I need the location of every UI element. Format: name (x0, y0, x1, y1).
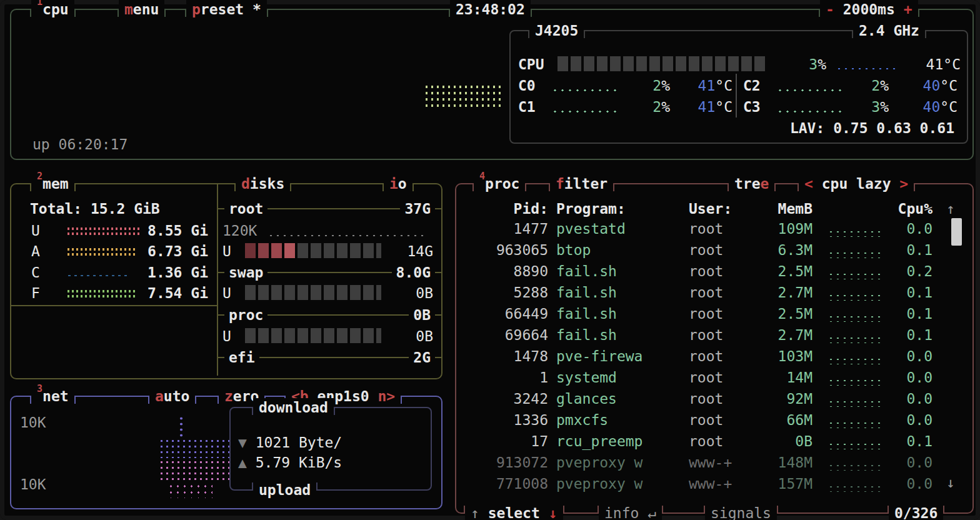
proc-hotkey: 4 (479, 171, 485, 182)
col-header-cpu[interactable]: Cpu% (876, 201, 932, 217)
core-percent: 3% (851, 99, 889, 115)
clock: 23:48:02 (450, 0, 531, 19)
preset-button[interactable]: preset * (186, 0, 267, 19)
mem-panel-title[interactable]: 2mem (31, 174, 74, 193)
io-mode-toggle[interactable]: io (384, 174, 412, 193)
mem-total: Total: 15.2 GiB (30, 201, 160, 217)
mem-free-value: 7.54 Gi (105, 285, 208, 301)
sort-next-button[interactable]: > (899, 176, 908, 192)
proc-tree-toggle[interactable]: tree (729, 174, 774, 193)
proc-cpu-graph (828, 251, 885, 258)
col-header-user[interactable]: User: (689, 201, 732, 217)
proc-cpu-graph (828, 293, 885, 301)
cpu-history-graph (424, 84, 504, 108)
interval-value: 2000ms (843, 1, 895, 18)
sort-prev-button[interactable]: < (804, 176, 813, 192)
interval-increase-button[interactable]: + (904, 1, 912, 18)
net-auto-toggle[interactable]: auto (149, 387, 195, 406)
disk-root-header: root37G (218, 201, 441, 217)
core-temp: 40°C (895, 99, 958, 115)
core-percent: 2% (632, 99, 670, 115)
upload-box-title: upload (253, 481, 316, 499)
interval-decrease-button[interactable]: - (826, 1, 834, 18)
disk-swap-header: swap8.0G (218, 264, 441, 281)
scrollbar-thumb[interactable] (951, 218, 962, 246)
sort-mode-label: cpu lazy (822, 176, 891, 192)
net-hotkey: 3 (37, 383, 42, 394)
download-speed-row: ▼ 1021 Byte/ (238, 434, 342, 451)
mem-panel: 2mem disks io Total: 15.2 GiB U 8.55 Gi … (10, 183, 442, 379)
core-name: C0 (518, 78, 536, 94)
download-box-title: download (253, 398, 334, 417)
selection-count: 0/326 (889, 504, 943, 520)
cpu-total-bar (558, 56, 765, 71)
disk-root-used-value: 14G (352, 243, 433, 259)
download-graph (159, 438, 231, 458)
mem-divider (11, 305, 217, 306)
proc-cpu-graph (828, 463, 885, 471)
disk-root-io-value: 120K (222, 222, 257, 239)
menu-button[interactable]: menu (119, 0, 164, 19)
cpu-panel: 1cpu menu preset * 23:48:02 - 2000ms + u… (10, 9, 974, 160)
cpu-total-percent: 3% (779, 56, 826, 72)
core-name: C2 (743, 78, 761, 94)
cpu-frequency-label: 2.4 GHz (853, 21, 925, 40)
net-panel-title[interactable]: 3net (31, 387, 74, 406)
proc-cpu-graph (828, 272, 885, 279)
net-speed-box: download ▼ 1021 Byte/ ▲ 5.79 KiB/s uploa… (229, 407, 432, 491)
core-name: C3 (743, 99, 761, 115)
cpu-detail-box: J4205 2.4 GHz CPU 3% 41°C C0 2% 41°C C1 … (509, 30, 968, 144)
download-graph (179, 416, 185, 439)
proc-panel-title[interactable]: 4proc (474, 174, 525, 193)
iface-next-button[interactable]: n> (378, 388, 396, 404)
upload-graph (159, 459, 231, 483)
mem-free-label: F (31, 285, 40, 301)
core-temp: 41°C (676, 99, 732, 115)
disk-proc-used-value: 0B (352, 328, 433, 344)
proc-cpu-graph (828, 421, 885, 428)
proc-cpu-graph (828, 357, 885, 364)
enter-icon: ↵ (648, 505, 656, 520)
cpu-temp-graph (836, 66, 896, 71)
cpu-total-temp: 41°C (901, 56, 961, 72)
load-average: LAV: 0.75 0.63 0.61 (748, 120, 954, 136)
upload-arrow-icon: ▲ (238, 454, 247, 471)
btop-terminal: 1cpu menu preset * 23:48:02 - 2000ms + u… (0, 0, 980, 520)
proc-sort-control: < cpu lazy > (799, 174, 914, 193)
disk-swap-used-value: 0B (352, 285, 433, 301)
download-arrow-icon: ▼ (238, 434, 247, 451)
proc-cpu-graph (828, 442, 885, 449)
update-interval-control: - 2000ms + (820, 0, 918, 19)
disk-efi-header: efi2G (218, 349, 441, 366)
col-header-program[interactable]: Program: (556, 201, 626, 217)
disk-proc-header: proc0B (218, 307, 441, 323)
scroll-down-icon[interactable]: ↓ (946, 474, 955, 491)
mem-hotkey: 2 (37, 171, 42, 182)
disk-used-label: U (222, 285, 231, 301)
upload-speed-row: ▲ 5.79 KiB/s (238, 454, 342, 471)
mem-used-value: 8.55 Gi (105, 222, 208, 239)
proc-cpu-graph (828, 484, 885, 492)
cpu-model-label: J4205 (529, 21, 584, 40)
upload-graph (168, 483, 212, 498)
core-usage-graph (551, 88, 618, 95)
proc-cpu-graph (828, 229, 885, 237)
net-panel: 3net auto zero <b enp1s0 n> 10K 10K down… (10, 396, 442, 509)
core-percent: 2% (851, 78, 889, 94)
scroll-up-icon[interactable]: ↑ (946, 201, 955, 217)
cpu-panel-title[interactable]: 1cpu (31, 0, 74, 19)
select-control[interactable]: ↑ select ↓ (465, 504, 563, 520)
core-temp: 40°C (895, 78, 958, 94)
mem-available-label: A (31, 243, 40, 259)
proc-filter-button[interactable]: filter (550, 174, 613, 193)
signals-button[interactable]: signals (705, 504, 777, 520)
net-scale-bottom: 10K (20, 476, 46, 492)
select-down-icon: ↓ (549, 505, 558, 520)
proc-panel: 4proc filter tree < cpu lazy > Pid: Prog… (455, 183, 974, 514)
core-temp: 41°C (676, 78, 732, 94)
core-usage-graph (776, 88, 842, 95)
disks-toggle[interactable]: disks (236, 174, 290, 193)
col-header-mem[interactable]: MemB (756, 201, 812, 217)
info-button[interactable]: info ↵ (599, 504, 662, 520)
col-header-pid[interactable]: Pid: (464, 201, 548, 217)
